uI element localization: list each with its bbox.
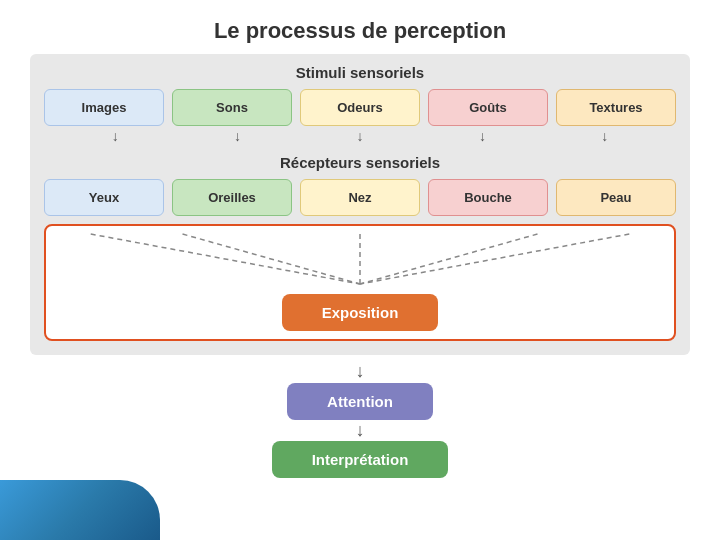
arrow-down-5: ↓ xyxy=(544,128,666,144)
bottom-decor xyxy=(0,480,160,540)
recepteur-yeux: Yeux xyxy=(44,179,164,216)
stimuli-sons: Sons xyxy=(172,89,292,126)
recepteurs-row: Yeux Oreilles Nez Bouche Peau xyxy=(44,179,676,216)
svg-line-1 xyxy=(183,234,360,284)
interpretation-box: Interprétation xyxy=(272,441,449,478)
page-title: Le processus de perception xyxy=(0,0,720,54)
stimuli-row: Images Sons Odeurs Goûts Textures xyxy=(44,89,676,126)
stimuli-arrows: ↓ ↓ ↓ ↓ ↓ xyxy=(44,126,676,146)
svg-line-4 xyxy=(360,234,629,284)
recepteur-oreilles: Oreilles xyxy=(172,179,292,216)
stimuli-gouts: Goûts xyxy=(428,89,548,126)
flow-arrow-2: ↓ xyxy=(356,420,365,442)
outer-container: Stimuli sensoriels Images Sons Odeurs Go… xyxy=(30,54,690,355)
recepteur-peau: Peau xyxy=(556,179,676,216)
arrow-down-4: ↓ xyxy=(421,128,543,144)
stimuli-section: Stimuli sensoriels Images Sons Odeurs Go… xyxy=(44,64,676,126)
stimuli-label: Stimuli sensoriels xyxy=(44,64,676,81)
exposition-box: Exposition xyxy=(282,294,439,331)
stimuli-images: Images xyxy=(44,89,164,126)
exposition-section: Exposition xyxy=(44,224,676,341)
flow-boxes: ↓ Attention ↓ Interprétation xyxy=(0,361,720,478)
svg-line-0 xyxy=(91,234,360,284)
arrow-down-3: ↓ xyxy=(299,128,421,144)
arrow-down-2: ↓ xyxy=(176,128,298,144)
exposition-border: Exposition xyxy=(44,224,676,341)
stimuli-odeurs: Odeurs xyxy=(300,89,420,126)
recepteurs-label: Récepteurs sensoriels xyxy=(44,154,676,171)
recepteur-bouche: Bouche xyxy=(428,179,548,216)
svg-line-3 xyxy=(360,234,537,284)
flow-arrow-1: ↓ xyxy=(356,361,365,383)
attention-box: Attention xyxy=(287,383,433,420)
dashed-lines-svg xyxy=(54,234,666,294)
arrow-down-1: ↓ xyxy=(54,128,176,144)
stimuli-textures: Textures xyxy=(556,89,676,126)
exposition-inner: Exposition xyxy=(54,294,666,331)
recepteur-nez: Nez xyxy=(300,179,420,216)
recepteurs-section: Récepteurs sensoriels Yeux Oreilles Nez … xyxy=(44,154,676,216)
